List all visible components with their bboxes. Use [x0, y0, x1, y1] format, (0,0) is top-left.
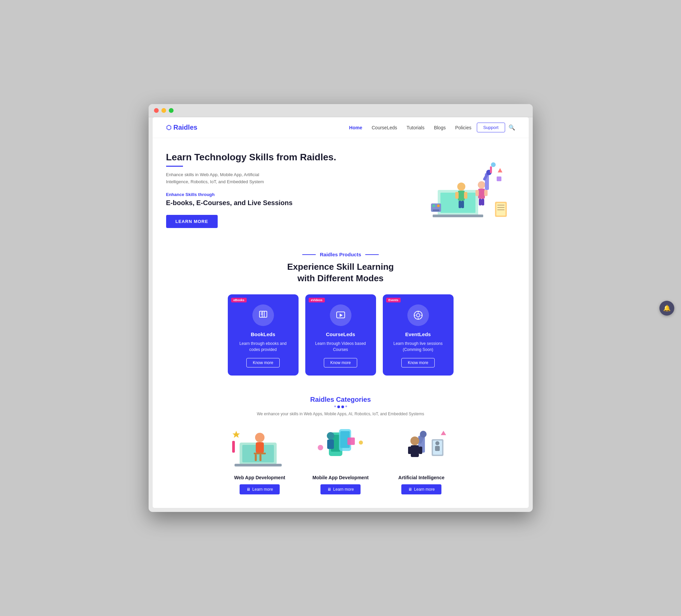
courseleds-icon — [330, 305, 351, 326]
svg-rect-30 — [433, 209, 439, 211]
support-button[interactable]: Support — [477, 123, 505, 132]
dot-2 — [337, 406, 340, 408]
ai-btn-label: Learn more — [414, 487, 435, 492]
categories-grid: Web App Development 🖥 Learn more — [166, 426, 515, 494]
bookleds-btn[interactable]: Know more — [246, 358, 280, 367]
svg-rect-49 — [255, 454, 257, 461]
hero-subtitle-large: E-books, E-Courses, and Live Sessions — [166, 199, 401, 207]
svg-point-9 — [478, 181, 485, 188]
dot-4 — [345, 406, 347, 407]
svg-rect-68 — [419, 446, 422, 454]
products-section: Raidles Products Experience Skill Learni… — [153, 238, 529, 386]
nav-home[interactable]: Home — [349, 125, 362, 130]
nav-blogs[interactable]: Blogs — [434, 125, 446, 130]
svg-point-28 — [432, 204, 435, 207]
ai-category-image — [391, 426, 452, 469]
hero-section: Learn Technology Skills from Raidles. En… — [153, 138, 529, 238]
section-label: Raidles Products — [166, 252, 515, 257]
browser-content: ⬡ Raidles Home CourseLeds Tutorials Blog… — [153, 117, 529, 508]
category-card-ai: Artificial Intelligence 🖥 Learn more — [384, 426, 459, 494]
svg-point-64 — [420, 431, 427, 437]
label-line-left — [302, 254, 316, 255]
nav-links: Home CourseLeds Tutorials Blogs Policies — [349, 125, 472, 131]
svg-rect-59 — [347, 437, 355, 445]
ai-learn-more-button[interactable]: 🖥 Learn more — [401, 484, 442, 494]
svg-rect-12 — [484, 190, 487, 196]
mobile-learn-more-button[interactable]: 🖥 Learn more — [321, 484, 360, 494]
category-card-web: Web App Development 🖥 Learn more — [223, 426, 297, 494]
nav-tutorials[interactable]: Tutorials — [407, 125, 425, 130]
close-button[interactable] — [154, 108, 159, 113]
svg-rect-8 — [461, 201, 464, 208]
svg-rect-66 — [411, 445, 419, 457]
hero-underline — [166, 166, 183, 167]
monitor-icon-mobile: 🖥 — [327, 487, 331, 492]
maximize-button[interactable] — [169, 108, 174, 113]
svg-rect-50 — [259, 454, 261, 461]
product-card-eventleds: Events EventLeds Learn through live sess… — [383, 294, 454, 376]
svg-rect-11 — [476, 190, 479, 196]
web-dev-illustration — [229, 426, 290, 469]
svg-rect-67 — [408, 446, 411, 454]
eventleds-desc: Learn through live sessions (Comming Soo… — [389, 340, 447, 353]
product-tag-events: Events — [386, 298, 401, 303]
web-category-name: Web App Development — [223, 475, 297, 480]
products-title: Experience Skill Learningwith Different … — [166, 261, 515, 284]
svg-rect-14 — [481, 199, 484, 205]
svg-point-57 — [327, 432, 334, 439]
web-btn-label: Learn more — [252, 487, 273, 492]
hero-cta-button[interactable]: LEARN MORE — [166, 215, 218, 228]
web-learn-more-button[interactable]: 🖥 Learn more — [239, 484, 280, 494]
svg-rect-52 — [232, 441, 235, 453]
product-tag-evideos: eVideos — [309, 298, 325, 303]
svg-rect-13 — [479, 199, 481, 205]
svg-rect-48 — [254, 453, 266, 454]
svg-rect-6 — [464, 192, 468, 199]
notification-bell[interactable]: 🔔 — [659, 301, 674, 315]
monitor-icon-ai: 🖥 — [408, 487, 412, 492]
svg-point-29 — [437, 204, 440, 207]
svg-point-65 — [410, 436, 419, 445]
svg-rect-21 — [497, 177, 501, 181]
eventleds-name: EventLeds — [389, 331, 447, 337]
svg-rect-2 — [433, 214, 483, 217]
svg-marker-51 — [232, 431, 240, 438]
svg-rect-47 — [256, 442, 264, 453]
products-grid: eBooks BookLeds Learn through ebooks and… — [166, 294, 515, 376]
categories-dots — [166, 406, 515, 408]
svg-rect-10 — [478, 188, 485, 199]
bookleds-icon — [252, 305, 274, 326]
mobile-category-name: Mobile App Development — [304, 475, 378, 480]
courseleds-desc: Learn through Videos based Courses — [312, 340, 369, 353]
courseleds-name: CourseLeds — [312, 331, 369, 337]
navbar: ⬡ Raidles Home CourseLeds Tutorials Blog… — [153, 117, 529, 138]
svg-rect-5 — [455, 192, 459, 199]
eventleds-btn[interactable]: Know more — [401, 358, 435, 367]
logo-icon: ⬡ — [166, 124, 172, 131]
bookleds-name: BookLeds — [234, 331, 292, 337]
minimize-button[interactable] — [161, 108, 166, 113]
search-button[interactable]: 🔍 — [508, 124, 515, 131]
svg-marker-73 — [441, 431, 446, 435]
product-tag-ebooks: eBooks — [231, 298, 247, 303]
hero-title: Learn Technology Skills from Raidles. — [166, 152, 401, 163]
courseleds-btn[interactable]: Know more — [324, 358, 357, 367]
svg-point-60 — [318, 445, 323, 450]
svg-point-46 — [255, 433, 264, 442]
logo-text: Raidles — [174, 124, 198, 131]
label-line-right — [365, 254, 379, 255]
mobile-btn-label: Learn more — [333, 487, 354, 492]
ai-illustration — [391, 426, 452, 469]
ai-category-name: Artificial Intelligence — [384, 475, 459, 480]
hero-image — [401, 153, 515, 227]
categories-title: Raidles Categories — [166, 396, 515, 404]
monitor-icon: 🖥 — [246, 487, 250, 492]
browser-titlebar — [149, 104, 533, 117]
hero-subtitle-small: Enhance Skills through — [166, 192, 401, 197]
categories-section: Raidles Categories We enhance your skill… — [153, 386, 529, 508]
nav-policies[interactable]: Policies — [455, 125, 472, 130]
mobile-category-image — [310, 426, 371, 469]
nav-courseleds[interactable]: CourseLeds — [372, 125, 397, 130]
mobile-dev-illustration — [310, 426, 371, 469]
logo[interactable]: ⬡ Raidles — [166, 124, 198, 131]
